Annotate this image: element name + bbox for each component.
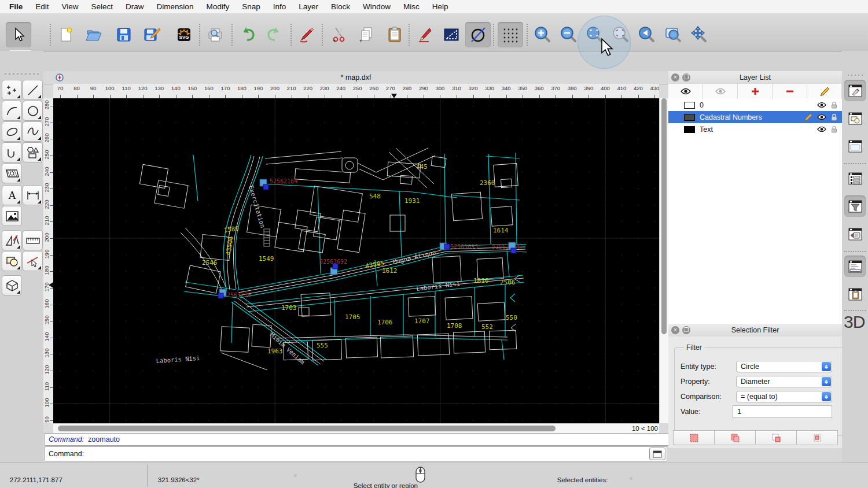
- comparison-select[interactable]: = (equal to): [736, 391, 832, 402]
- dock-selection-filter[interactable]: [844, 195, 866, 217]
- paste-button[interactable]: [382, 22, 407, 47]
- pointer-button[interactable]: [6, 22, 31, 47]
- image-tool[interactable]: [2, 206, 22, 226]
- close-icon[interactable]: ×: [671, 326, 679, 334]
- dock-drag-handle[interactable]: [847, 74, 864, 76]
- document-title-bar[interactable]: * map.dxf: [43, 71, 668, 84]
- layer-lock-icon[interactable]: [831, 125, 837, 133]
- menu-item-file[interactable]: File: [0, 2, 29, 11]
- entity-type-select[interactable]: Circle: [736, 361, 832, 372]
- remove-layer-button[interactable]: [773, 84, 807, 99]
- dock-library-browser[interactable]: [844, 223, 866, 245]
- drawing-canvas[interactable]: ExercitationMagna AliquaLaboris NisiLabo…: [53, 98, 659, 423]
- remove-from-selection-button[interactable]: [755, 430, 797, 445]
- modify-tool[interactable]: [2, 251, 22, 271]
- zoom-in-button[interactable]: [530, 22, 556, 47]
- menu-item-snap[interactable]: Snap: [236, 2, 267, 11]
- menu-item-window[interactable]: Window: [356, 2, 397, 11]
- menu-item-layer[interactable]: Layer: [292, 2, 325, 11]
- solid-3d-tool[interactable]: [2, 275, 22, 295]
- zoom-previous-button[interactable]: [634, 22, 660, 47]
- command-options-button[interactable]: [649, 448, 665, 460]
- float-panel-icon[interactable]: ❐: [682, 326, 690, 334]
- save-as-button[interactable]: [139, 22, 164, 47]
- dock-clipboard[interactable]: [844, 283, 866, 305]
- cut-button[interactable]: +: [326, 22, 352, 47]
- undo-button[interactable]: [235, 22, 260, 47]
- copy-button[interactable]: +: [354, 22, 380, 47]
- layer-visible-icon[interactable]: [817, 102, 826, 108]
- dock-layer-list[interactable]: [844, 168, 866, 189]
- hscroll-thumb[interactable]: [58, 426, 556, 431]
- draw-misc-tool[interactable]: [2, 230, 22, 250]
- hatch-tool[interactable]: [2, 163, 22, 183]
- svg-export-button[interactable]: SVG: [171, 22, 197, 47]
- menu-item-view[interactable]: View: [56, 2, 85, 11]
- ellipse-tool[interactable]: [2, 121, 22, 142]
- circle-tool[interactable]: [23, 101, 43, 121]
- grid-toggle-button[interactable]: [498, 22, 523, 47]
- line-tool[interactable]: [23, 80, 43, 100]
- selection-handle[interactable]: [440, 243, 450, 250]
- layer-lock-icon[interactable]: [831, 113, 837, 121]
- spline-tool[interactable]: [23, 121, 43, 142]
- point-tool[interactable]: [2, 80, 22, 100]
- vscroll-thumb[interactable]: [661, 98, 667, 334]
- menu-item-info[interactable]: Info: [267, 2, 293, 11]
- menu-item-help[interactable]: Help: [426, 2, 455, 11]
- menu-item-block[interactable]: Block: [325, 2, 356, 11]
- dock-command-line[interactable]: [844, 256, 866, 277]
- measure-tool[interactable]: [23, 230, 43, 250]
- canvas-vertical-scrollbar[interactable]: [659, 98, 669, 423]
- add-to-selection-button[interactable]: [714, 430, 756, 445]
- menu-item-modify[interactable]: Modify: [200, 2, 236, 11]
- menu-item-select[interactable]: Select: [85, 2, 120, 11]
- polyline-tool[interactable]: [2, 142, 22, 162]
- menu-item-draw[interactable]: Draw: [119, 2, 150, 11]
- layer-lock-icon[interactable]: [831, 101, 837, 109]
- dock-property-editor[interactable]: [844, 80, 866, 101]
- add-layer-button[interactable]: [738, 84, 773, 99]
- save-button[interactable]: [111, 22, 137, 47]
- close-icon[interactable]: ×: [671, 73, 679, 82]
- menu-item-dimension[interactable]: Dimension: [150, 2, 200, 11]
- delete-button[interactable]: [294, 22, 319, 47]
- palette-drag-handle[interactable]: [3, 73, 39, 75]
- layer-visible-icon[interactable]: [817, 126, 826, 132]
- hide-all-layers-button[interactable]: [703, 84, 738, 99]
- redo-button[interactable]: [262, 22, 287, 47]
- ortho-mode-button[interactable]: [439, 22, 464, 47]
- edit-pencil-button[interactable]: [412, 22, 437, 47]
- print-preview-button[interactable]: [203, 22, 228, 47]
- arc-tool[interactable]: [2, 101, 22, 121]
- menu-item-edit[interactable]: Edit: [29, 2, 55, 11]
- value-input[interactable]: [733, 405, 832, 418]
- float-panel-icon[interactable]: ❐: [682, 73, 690, 82]
- new-file-button[interactable]: [53, 22, 79, 47]
- layer-edit-pencil-icon[interactable]: [804, 113, 812, 121]
- intersect-selection-button[interactable]: [796, 430, 838, 445]
- layer-row[interactable]: Text: [668, 123, 842, 135]
- layer-row[interactable]: 0: [668, 99, 842, 111]
- dock-block-list[interactable]: [844, 108, 866, 129]
- layer-row-selected[interactable]: Cadastral Numbers: [668, 111, 842, 123]
- edit-layer-button[interactable]: [807, 84, 842, 99]
- snap-free-button[interactable]: [465, 22, 491, 47]
- canvas-horizontal-scrollbar[interactable]: [53, 423, 634, 434]
- property-select[interactable]: Diameter: [736, 376, 832, 387]
- layer-visible-icon[interactable]: [817, 114, 826, 120]
- text-tool[interactable]: A: [2, 185, 22, 205]
- zoom-auto-button[interactable]: [582, 22, 608, 47]
- zoom-redraw-button[interactable]: [608, 22, 634, 47]
- zoom-pan-button[interactable]: [686, 22, 712, 47]
- open-file-button[interactable]: [81, 22, 106, 47]
- show-all-layers-button[interactable]: [668, 84, 703, 99]
- dimension-tool[interactable]: [23, 185, 43, 205]
- shape-tool[interactable]: [23, 142, 43, 162]
- zoom-window-button[interactable]: [660, 22, 686, 47]
- menu-item-misc[interactable]: Misc: [397, 2, 426, 11]
- snap-edit-tool[interactable]: [23, 251, 43, 271]
- zoom-out-button[interactable]: [556, 22, 582, 47]
- select-matching-button[interactable]: [673, 430, 715, 445]
- command-input[interactable]: [87, 448, 649, 460]
